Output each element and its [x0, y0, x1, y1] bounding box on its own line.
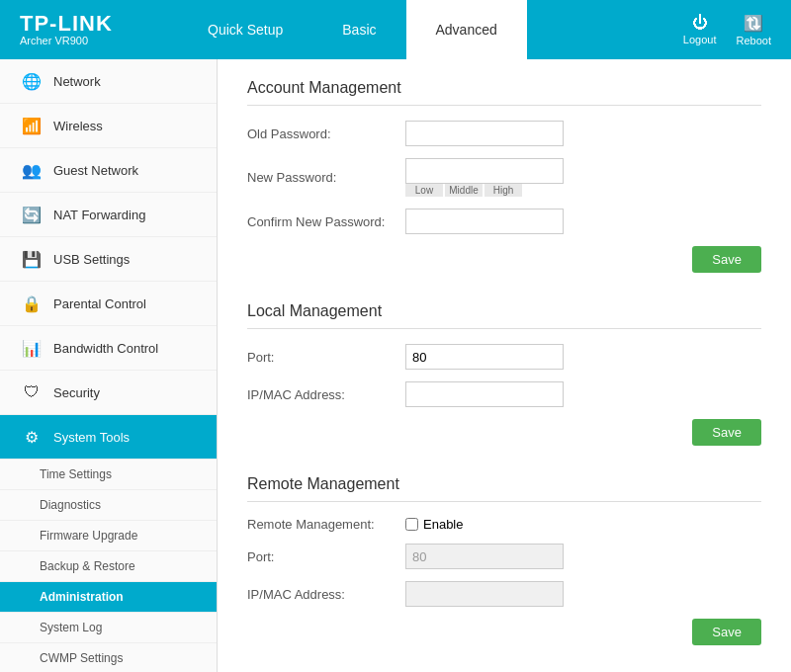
confirm-password-row: Confirm New Password:	[247, 209, 761, 234]
sidebar-item-parental-control[interactable]: 🔒 Parental Control	[0, 282, 217, 326]
account-management-title: Account Management	[247, 79, 761, 106]
new-password-row: New Password: Low Middle High	[247, 158, 761, 197]
local-management-title: Local Management	[247, 302, 761, 329]
logout-button[interactable]: ⏻ Logout	[683, 14, 717, 45]
remote-save-button[interactable]: Save	[692, 619, 761, 645]
wireless-icon: 📶	[20, 114, 44, 137]
local-ip-mac-row: IP/MAC Address:	[247, 381, 761, 407]
sidebar-item-nat-forwarding[interactable]: 🔄 NAT Forwarding	[0, 193, 217, 237]
remote-port-input[interactable]	[405, 544, 564, 569]
guest-network-icon: 👥	[20, 158, 44, 182]
local-ip-mac-input[interactable]	[405, 381, 564, 407]
logout-icon: ⏻	[692, 14, 708, 32]
reboot-button[interactable]: 🔃 Reboot	[737, 14, 771, 46]
local-ip-mac-label: IP/MAC Address:	[247, 387, 405, 402]
sidebar-item-guest-network[interactable]: 👥 Guest Network	[0, 148, 217, 193]
sidebar-sub-administration[interactable]: Administration	[0, 582, 217, 613]
tab-basic[interactable]: Basic	[312, 0, 405, 59]
usb-icon: 💾	[20, 247, 44, 271]
sidebar-sub-system-log[interactable]: System Log	[0, 613, 217, 643]
new-password-label: New Password:	[247, 170, 405, 185]
tab-advanced[interactable]: Advanced	[406, 0, 527, 59]
nav-tabs: Quick Setup Basic Advanced	[178, 0, 683, 59]
sidebar-sub-diagnostics[interactable]: Diagnostics	[0, 490, 217, 521]
remote-port-label: Port:	[247, 549, 405, 564]
confirm-password-label: Confirm New Password:	[247, 214, 405, 229]
old-password-row: Old Password:	[247, 121, 761, 146]
network-icon: 🌐	[20, 69, 44, 93]
logo-tp: TP-LINK	[20, 13, 178, 35]
tab-quick-setup[interactable]: Quick Setup	[178, 0, 312, 59]
local-save-button[interactable]: Save	[692, 419, 761, 446]
reboot-icon: 🔃	[744, 14, 763, 33]
confirm-password-input[interactable]	[405, 209, 564, 234]
sidebar-sub-backup-restore[interactable]: Backup & Restore	[0, 551, 217, 582]
strength-labels: Low Middle High	[405, 184, 564, 197]
sidebar-item-wireless[interactable]: 📶 Wireless	[0, 104, 217, 148]
remote-management-section: Remote Management Remote Management: Ena…	[247, 475, 761, 645]
remote-management-label: Remote Management:	[247, 517, 405, 532]
local-management-section: Local Management Port: IP/MAC Address: S…	[247, 302, 761, 446]
remote-ip-mac-input[interactable]	[405, 581, 564, 607]
remote-enable-checkbox-group: Enable	[405, 517, 463, 532]
local-port-input[interactable]	[405, 344, 564, 370]
content-area: Account Management Old Password: New Pas…	[218, 59, 791, 672]
local-port-label: Port:	[247, 350, 405, 365]
account-save-button[interactable]: Save	[692, 246, 761, 273]
remote-enable-checkbox[interactable]	[405, 518, 418, 531]
security-icon: 🛡	[20, 380, 44, 404]
remote-enable-row: Remote Management: Enable	[247, 517, 761, 532]
nat-icon: 🔄	[20, 203, 44, 226]
sidebar-item-bandwidth-control[interactable]: 📊 Bandwidth Control	[0, 326, 217, 371]
sidebar-item-system-tools[interactable]: ⚙ System Tools	[0, 415, 217, 460]
remote-port-row: Port:	[247, 544, 761, 569]
account-management-section: Account Management Old Password: New Pas…	[247, 79, 761, 273]
strength-middle: Middle	[445, 184, 483, 197]
bandwidth-icon: 📊	[20, 336, 44, 360]
logo-model: Archer VR900	[20, 35, 178, 46]
strength-high: High	[484, 184, 522, 197]
sidebar-item-usb-settings[interactable]: 💾 USB Settings	[0, 237, 217, 282]
main-layout: 🌐 Network 📶 Wireless 👥 Guest Network 🔄 N…	[0, 59, 791, 672]
sidebar: 🌐 Network 📶 Wireless 👥 Guest Network 🔄 N…	[0, 59, 218, 672]
sidebar-sub-time-settings[interactable]: Time Settings	[0, 460, 217, 490]
sidebar-sub-firmware-upgrade[interactable]: Firmware Upgrade	[0, 521, 217, 551]
account-save-row: Save	[247, 246, 761, 273]
remote-save-row: Save	[247, 619, 761, 645]
logo-area: TP-LINK Archer VR900	[20, 13, 178, 46]
remote-management-title: Remote Management	[247, 475, 761, 502]
old-password-input[interactable]	[405, 121, 564, 146]
local-port-row: Port:	[247, 344, 761, 370]
new-password-group: Low Middle High	[405, 158, 564, 197]
header-actions: ⏻ Logout 🔃 Reboot	[683, 14, 771, 46]
new-password-input[interactable]	[405, 158, 564, 184]
header: TP-LINK Archer VR900 Quick Setup Basic A…	[0, 0, 791, 59]
local-save-row: Save	[247, 419, 761, 446]
sidebar-item-network[interactable]: 🌐 Network	[0, 59, 217, 104]
remote-ip-mac-row: IP/MAC Address:	[247, 581, 761, 607]
system-tools-icon: ⚙	[20, 425, 44, 449]
strength-low: Low	[405, 184, 443, 197]
remote-enable-label: Enable	[423, 517, 463, 532]
parental-icon: 🔒	[20, 292, 44, 315]
sidebar-sub-cwmp-settings[interactable]: CWMP Settings	[0, 643, 217, 672]
sidebar-item-security[interactable]: 🛡 Security	[0, 371, 217, 415]
remote-ip-mac-label: IP/MAC Address:	[247, 587, 405, 602]
old-password-label: Old Password:	[247, 126, 405, 141]
